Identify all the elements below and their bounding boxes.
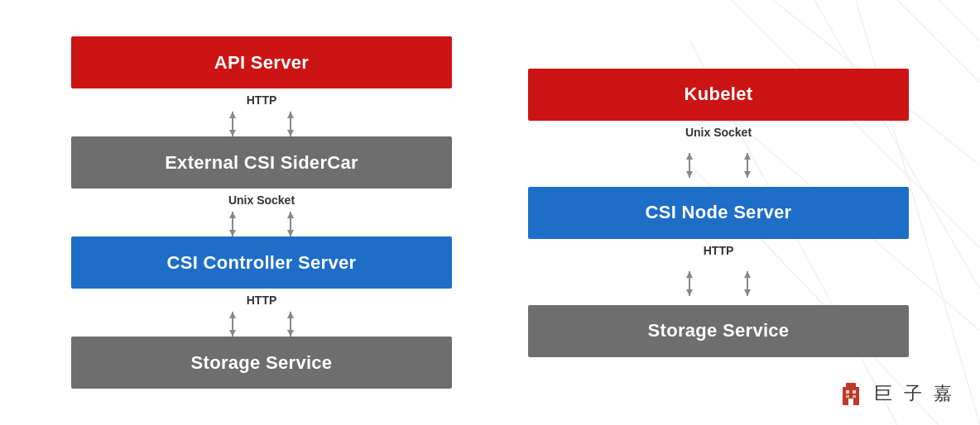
arrow-up-left bbox=[282, 112, 299, 136]
connector-http-top: HTTP bbox=[71, 88, 452, 136]
external-csi-sidecar-label: External CSI SiderCar bbox=[165, 152, 358, 174]
api-server-label: API Server bbox=[214, 52, 309, 74]
logo-area: 巨 子 嘉 bbox=[836, 379, 955, 408]
svg-marker-44 bbox=[686, 271, 693, 278]
left-diagram: API Server HTTP Ex bbox=[71, 36, 452, 389]
svg-marker-48 bbox=[744, 271, 751, 278]
storage-service-right-block: Storage Service bbox=[528, 305, 909, 357]
storage-service-right-label: Storage Service bbox=[648, 320, 790, 341]
logo-text: 巨 子 嘉 bbox=[874, 381, 955, 406]
svg-marker-28 bbox=[229, 312, 236, 318]
unix-socket-right-label: Unix Socket bbox=[685, 126, 752, 139]
arrow-up-unix-right bbox=[739, 153, 756, 178]
svg-marker-16 bbox=[287, 112, 294, 118]
connector-http-bottom: HTTP bbox=[71, 289, 452, 337]
connector-unix-socket: Unix Socket bbox=[71, 189, 452, 236]
http-right-label: HTTP bbox=[704, 244, 734, 257]
api-server-block: API Server bbox=[71, 36, 452, 88]
svg-rect-55 bbox=[853, 395, 856, 398]
svg-line-7 bbox=[897, 0, 980, 83]
svg-marker-20 bbox=[229, 212, 236, 218]
csi-node-server-block: CSI Node Server bbox=[528, 187, 909, 239]
arrow-down-unix-right bbox=[681, 153, 698, 178]
arrows-http-top bbox=[224, 112, 299, 136]
svg-marker-36 bbox=[686, 153, 693, 160]
storage-service-left-label: Storage Service bbox=[191, 352, 333, 374]
right-diagram: Kubelet Unix Socket bbox=[528, 69, 909, 357]
arrow-down-http-right bbox=[681, 271, 698, 296]
svg-marker-24 bbox=[287, 212, 294, 218]
connector-http-right: HTTP bbox=[528, 239, 909, 305]
csi-node-server-label: CSI Node Server bbox=[646, 202, 792, 223]
csi-controller-server-label: CSI Controller Server bbox=[167, 252, 357, 274]
arrow-up-unix bbox=[282, 212, 299, 236]
svg-rect-54 bbox=[846, 395, 849, 398]
svg-rect-51 bbox=[848, 399, 853, 405]
arrows-unix-socket-right bbox=[681, 144, 756, 187]
svg-rect-50 bbox=[846, 383, 856, 389]
arrow-down-http-bottom bbox=[224, 312, 241, 337]
svg-marker-12 bbox=[229, 112, 236, 118]
logo-icon bbox=[836, 379, 866, 408]
arrows-unix-socket bbox=[224, 212, 299, 236]
svg-rect-53 bbox=[853, 390, 856, 394]
storage-service-left-block: Storage Service bbox=[71, 337, 452, 389]
arrows-http-bottom bbox=[224, 312, 299, 337]
svg-marker-40 bbox=[744, 153, 751, 160]
http-top-label: HTTP bbox=[247, 93, 277, 107]
arrow-up-http-bottom bbox=[282, 312, 299, 337]
svg-marker-32 bbox=[287, 312, 294, 318]
arrow-down-unix bbox=[224, 212, 241, 236]
external-csi-sidecar-block: External CSI SiderCar bbox=[71, 136, 452, 189]
arrow-up-http-right bbox=[739, 271, 756, 296]
svg-rect-52 bbox=[846, 390, 849, 394]
arrows-http-right bbox=[681, 262, 756, 305]
connector-unix-socket-right: Unix Socket bbox=[528, 121, 909, 187]
csi-controller-server-block: CSI Controller Server bbox=[71, 236, 452, 289]
arrow-down-left bbox=[224, 112, 241, 136]
kubelet-block: Kubelet bbox=[528, 69, 909, 121]
unix-socket-label: Unix Socket bbox=[228, 193, 295, 207]
svg-line-8 bbox=[939, 0, 980, 41]
kubelet-label: Kubelet bbox=[685, 84, 753, 105]
http-bottom-label: HTTP bbox=[247, 294, 277, 307]
